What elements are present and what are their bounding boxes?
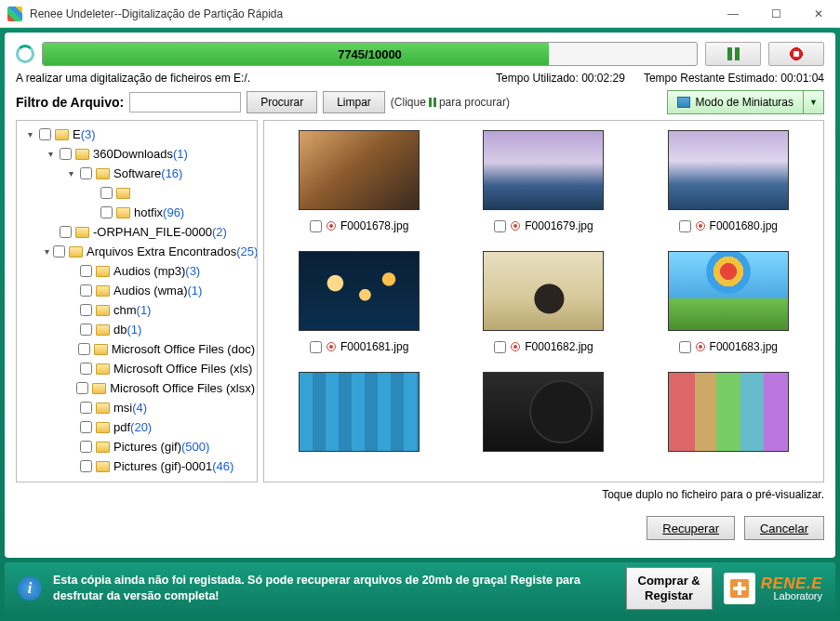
tree-item[interactable]: ▾E (3) — [19, 125, 255, 144]
tree-checkbox[interactable] — [80, 460, 92, 472]
tree-item[interactable]: ▾360Downloads (1) — [19, 144, 255, 164]
thumbnail-image[interactable] — [668, 251, 789, 331]
thumbnail-image[interactable] — [483, 372, 604, 452]
cancel-button[interactable]: Cancelar — [744, 516, 824, 540]
thumbnail-checkbox[interactable] — [494, 341, 506, 353]
close-button[interactable]: ✕ — [797, 0, 840, 28]
tree-checkbox[interactable] — [80, 402, 92, 414]
tree-item[interactable]: hotfix (96) — [19, 203, 255, 222]
thumbnail-item[interactable] — [273, 372, 445, 452]
expander-icon[interactable]: ▾ — [65, 168, 76, 178]
recover-button[interactable]: Recuperar — [647, 516, 735, 540]
tree-item[interactable]: db (1) — [19, 320, 255, 339]
tree-checkbox[interactable] — [60, 148, 72, 160]
tree-checkbox[interactable] — [39, 128, 51, 140]
clear-button[interactable]: Limpar — [323, 91, 385, 113]
tree-checkbox[interactable] — [100, 206, 113, 218]
tree-item-count: (500) — [181, 440, 209, 454]
tree-item-count: (3) — [185, 264, 200, 278]
tree-item[interactable]: chm (1) — [19, 300, 255, 320]
thumbnail-item[interactable] — [458, 372, 629, 452]
thumbnail-checkbox[interactable] — [679, 220, 691, 232]
tree-item-name: Audios (wma) — [113, 284, 187, 297]
brand-logo: RENE.ELaboratory — [724, 573, 822, 604]
thumbnail-image[interactable] — [668, 130, 789, 210]
folder-icon — [75, 149, 89, 160]
maximize-button[interactable]: ☐ — [754, 0, 797, 28]
tree-checkbox[interactable] — [80, 363, 92, 375]
tree-item[interactable]: Audios (wma) (1) — [19, 281, 255, 300]
tree-item[interactable]: pdf (20) — [19, 417, 255, 437]
thumbnail-item[interactable]: F0001678.jpg — [273, 130, 445, 232]
expander-icon[interactable]: ▾ — [45, 149, 56, 159]
tree-item-count: (46) — [212, 459, 233, 473]
tree-checkbox[interactable] — [53, 245, 65, 258]
thumbnail-checkbox[interactable] — [494, 220, 506, 232]
tree-checkbox[interactable] — [80, 284, 92, 297]
thumbnail-checkbox[interactable] — [679, 341, 691, 353]
tree-checkbox[interactable] — [100, 187, 113, 199]
tree-item-name: Microsoft Office Files (doc) — [112, 342, 255, 356]
tree-item[interactable]: Pictures (gif) (500) — [19, 437, 255, 456]
expander-icon[interactable]: ▾ — [24, 129, 35, 139]
tree-checkbox[interactable] — [80, 167, 92, 179]
tree-item[interactable]: msi (4) — [19, 398, 255, 417]
thumbnail-filename: F0001683.jpg — [710, 340, 778, 353]
tree-item-name: chm — [113, 303, 137, 317]
tree-item-count: (3) — [81, 127, 96, 141]
thumbnail-image[interactable] — [668, 372, 789, 452]
tree-item[interactable] — [19, 183, 255, 203]
pause-button[interactable] — [705, 42, 761, 66]
thumbnail-image[interactable] — [299, 372, 420, 452]
tree-item[interactable]: Audios (mp3) (3) — [19, 261, 255, 281]
tree-item[interactable]: Microsoft Office Files (xlsx) — [19, 378, 255, 398]
tree-checkbox[interactable] — [60, 226, 72, 238]
thumbnail-image[interactable] — [483, 130, 604, 210]
tree-checkbox[interactable] — [76, 382, 88, 394]
tree-checkbox[interactable] — [80, 441, 92, 453]
tree-item[interactable]: ▾Software (16) — [19, 164, 255, 183]
folder-icon — [96, 461, 110, 472]
buy-register-button[interactable]: Comprar &Registar — [626, 567, 713, 609]
tree-item[interactable]: ▾Arquivos Extra Encontrados (25) — [19, 242, 255, 261]
thumbnail-item[interactable]: F0001682.jpg — [458, 251, 629, 353]
tree-checkbox[interactable] — [78, 343, 90, 355]
thumbnail-item[interactable]: F0001680.jpg — [643, 130, 814, 232]
folder-tree[interactable]: ▾E (3)▾360Downloads (1)▾Software (16)hot… — [16, 120, 258, 482]
thumbnail-item[interactable] — [643, 372, 814, 452]
pause-icon — [429, 98, 436, 107]
filter-hint: (Clique para procurar) — [391, 96, 510, 109]
thumbnail-item[interactable]: F0001679.jpg — [458, 130, 629, 232]
tree-item-name: E — [73, 127, 81, 141]
thumbnail-pane[interactable]: F0001678.jpgF0001679.jpgF0001680.jpgF000… — [263, 120, 824, 482]
tree-item-name: Audios (mp3) — [113, 264, 185, 278]
tree-item[interactable]: Pictures (gif)-0001 (46) — [19, 456, 255, 476]
tree-checkbox[interactable] — [80, 265, 92, 277]
tree-item[interactable]: Microsoft Office Files (xls) — [19, 359, 255, 378]
expander-icon[interactable]: ▾ — [45, 246, 49, 257]
thumbnail-image[interactable] — [299, 130, 420, 210]
thumbnail-caption: F0001679.jpg — [494, 219, 593, 232]
thumbnail-checkbox[interactable] — [310, 341, 322, 353]
folder-icon — [96, 305, 110, 316]
tree-item[interactable]: -ORPHAN_FILE-0000 (2) — [19, 222, 255, 242]
tree-item[interactable]: Microsoft Office Files (doc) — [19, 339, 255, 359]
tree-checkbox[interactable] — [80, 421, 92, 433]
filter-input[interactable] — [129, 92, 241, 112]
thumbnail-item[interactable]: F0001683.jpg — [643, 251, 814, 353]
thumbnail-item[interactable]: F0001681.jpg — [273, 251, 445, 353]
thumbnail-image[interactable] — [299, 251, 420, 331]
scan-status-text: A realizar uma digitalização de ficheiro… — [16, 72, 496, 85]
minimize-button[interactable]: — — [712, 0, 754, 28]
thumbnail-image[interactable] — [483, 251, 604, 331]
tree-item-name: Pictures (gif)-0001 — [113, 459, 212, 473]
tree-checkbox[interactable] — [80, 304, 92, 316]
search-button[interactable]: Procurar — [247, 91, 317, 113]
view-mode-button[interactable]: Modo de Miniaturas — [667, 90, 804, 114]
folder-icon — [96, 363, 110, 375]
stop-button[interactable] — [768, 42, 824, 66]
tree-checkbox[interactable] — [80, 324, 92, 336]
thumbnail-checkbox[interactable] — [310, 220, 322, 232]
view-mode-dropdown[interactable] — [804, 90, 824, 114]
preview-hint: Toque duplo no ficheiro para o pré-visua… — [16, 488, 824, 501]
